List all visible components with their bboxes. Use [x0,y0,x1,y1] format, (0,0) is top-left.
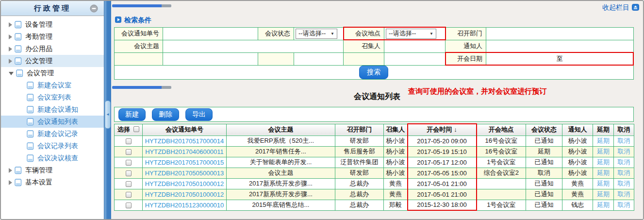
cancel-link[interactable]: 取消 [618,148,630,155]
meeting-status: 已通知 [526,135,562,146]
col-cancel: 取消 [614,124,634,135]
notice-no-link[interactable]: HYTZDBH20151230000010 [145,202,224,209]
notice-no-link[interactable]: HYTZDBH20170406000011 [145,148,224,155]
meeting-place-label: 会议地点 [344,27,384,40]
meeting-subject: 2015年底销售总结... [227,200,335,210]
notice-no-label: 会议通知单号 [115,27,163,40]
sidebar-item-meeting-record-list[interactable]: 会议记录列表 [1,140,104,152]
export-button[interactable]: 导出 [185,108,213,121]
sidebar-item-basic-settings[interactable]: 基本设置 [1,176,104,188]
document-icon [15,167,22,174]
empty-input-cell [384,52,446,65]
cancel-link[interactable]: 取消 [618,201,630,208]
document-icon [27,154,34,162]
expander-icon[interactable] [9,168,12,173]
convener-name: 杨小波 [384,146,408,157]
sidebar-item-attendance[interactable]: 考勤管理 [1,31,104,43]
col-select: 选择 [115,124,143,135]
sidebar-item-new-meeting-room[interactable]: 新建会议室 [1,79,104,91]
row-checkbox[interactable] [126,203,132,208]
splitter-scrollbar[interactable]: ◄ [104,1,111,219]
list-title: 会议通知列表 [111,92,643,102]
document-icon [15,33,22,41]
col-meeting-time[interactable]: 开会时间↓ [408,124,477,135]
convener-label: 召集人 [344,40,384,52]
cancel-link[interactable]: 取消 [618,158,630,166]
delay-link[interactable]: 延期 [597,169,610,176]
notifier-name: 杨小波 [562,146,593,157]
document-icon [15,179,22,186]
meeting-dept: 总裁办 [335,178,384,189]
meeting-time: 2017-05-01 21:00 [408,178,477,189]
row-checkbox[interactable] [126,160,132,166]
sidebar-item-office-supplies[interactable]: 办公用品 [1,43,104,55]
sidebar-item-meeting-resolution-check[interactable]: 会议决议核查 [1,152,104,164]
caret-down-icon: ▼ [330,32,334,36]
delay-link[interactable]: 延期 [597,148,610,155]
meeting-status-select[interactable]: --请选择-- ▼ [296,29,337,39]
collapse-panel-icon[interactable] [632,4,639,12]
row-checkbox[interactable] [126,192,132,198]
row-checkbox[interactable] [126,181,132,187]
progress-gray-segment [162,86,171,89]
notice-no-link[interactable]: HYTZDBH20170505000013 [145,169,224,177]
expander-icon[interactable] [9,47,12,51]
delay-link[interactable]: 延期 [597,158,610,166]
table-row: HYTZDBH20151230000010 2015年底销售总结... 总裁办 … [115,200,634,210]
expander-icon[interactable] [9,34,12,39]
date-from-input[interactable] [510,54,554,63]
notice-no-link[interactable]: HYTZDBH20170501000012 [145,191,224,198]
meeting-place-select[interactable]: --请选择-- ▼ [386,29,436,39]
notice-no-link[interactable]: HYTZDBH20170501000012 [145,180,224,187]
notifier-name: 钱志 [562,200,593,210]
row-checkbox[interactable] [126,170,132,176]
meeting-status: 已通知 [526,200,562,210]
delay-link[interactable]: 延期 [597,201,610,208]
dept-input[interactable] [488,29,632,38]
sidebar-item-new-meeting-notice[interactable]: 新建会议通知 [1,103,104,116]
col-convener: 召集人 [384,124,408,135]
new-button[interactable]: 新建 [118,108,146,121]
empty-label-cell [344,52,384,65]
search-button[interactable]: 搜索 [359,66,388,79]
delay-link[interactable]: 延期 [597,137,610,144]
minus-circle-icon[interactable] [90,4,98,13]
meeting-dept: 售后服务部 [335,146,384,157]
table-row: HYTZDBH20170517000015 关于智能表单的开发... 泛普软件集… [115,157,634,168]
notice-no-input[interactable] [165,29,256,38]
delay-link[interactable]: 延期 [597,190,610,198]
collapse-panel-link[interactable]: 收起栏目 [602,3,639,12]
sidebar-item-meeting-notice-list[interactable]: 会议通知列表 [1,116,104,128]
subject-input[interactable] [165,41,342,51]
sidebar-menu: 设备管理 考勤管理 办公用品 公文管理 [1,16,104,188]
row-checkbox[interactable] [126,149,132,155]
cancel-link[interactable]: 取消 [618,190,630,198]
date-to-input[interactable] [566,54,610,63]
meeting-subject: 会议主题 [227,168,335,178]
cancel-link[interactable]: 取消 [618,169,630,176]
sidebar-item-meetings[interactable]: 会议管理 [1,67,104,79]
notifier-input[interactable] [488,41,632,51]
sidebar-item-documents[interactable]: 公文管理 [1,55,104,67]
expander-icon[interactable] [9,22,12,27]
row-checkbox[interactable] [126,138,132,144]
convener-input[interactable] [386,41,444,51]
sidebar-item-vehicles[interactable]: 车辆管理 [1,164,104,176]
cancel-link[interactable]: 取消 [618,137,630,144]
meeting-dept: 研发部 [335,135,384,146]
sidebar-item-equipment[interactable]: 设备管理 [1,18,104,31]
sidebar-item-new-meeting-record[interactable]: 新建会议记录 [1,128,104,140]
collapse-panel-label: 收起栏目 [602,3,629,12]
sort-desc-icon[interactable]: ↓ [454,126,457,133]
select-all-checkbox[interactable] [133,126,139,132]
notice-no-link[interactable]: HYTZDBH20170517000014 [145,137,224,145]
notice-no-link[interactable]: HYTZDBH20170517000015 [145,159,224,166]
expander-icon[interactable] [9,59,12,64]
delay-link[interactable]: 延期 [597,180,610,187]
splitter-collapse-handle[interactable]: ◄ [105,101,111,129]
expander-icon[interactable] [9,180,12,185]
cancel-link[interactable]: 取消 [618,180,630,187]
expander-icon[interactable] [9,72,14,75]
sidebar-item-meeting-room-list[interactable]: 会议室列表 [1,91,104,103]
delete-button[interactable]: 删除 [152,108,179,121]
